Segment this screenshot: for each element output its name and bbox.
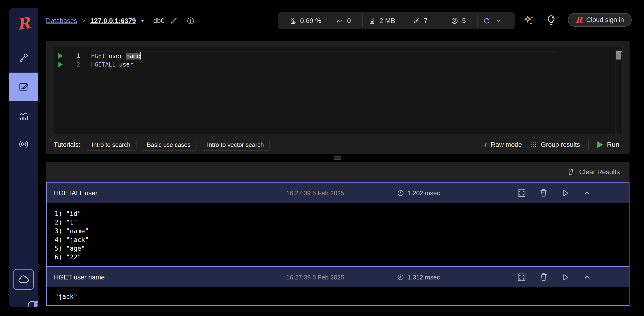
tutorial-intro-to-vector-search[interactable]: Intro to vector search <box>201 139 270 150</box>
result-card-header[interactable]: HGETALL user 16:27:39 5 Feb 2025 1.202 m… <box>47 183 629 203</box>
delete-result-icon[interactable] <box>539 188 548 198</box>
breadcrumb: Databases > 127.0.0.1:6379 db0 <box>46 14 195 28</box>
rerun-play-icon[interactable] <box>560 272 570 282</box>
breadcrumb-databases-link[interactable]: Databases <box>46 17 77 25</box>
breadcrumb-separator: > <box>82 18 86 24</box>
result-command: HGET user name <box>54 274 105 281</box>
clock-icon <box>397 190 404 197</box>
stat-clients-value: 5 <box>462 17 466 25</box>
stat-ops: 0 <box>324 17 362 25</box>
stat-keys: 7 <box>401 17 439 25</box>
raw-mode-toggle[interactable]: -r Raw mode <box>483 141 522 148</box>
collapse-chevron-up-icon[interactable] <box>582 188 592 198</box>
database-dropdown-caret[interactable] <box>140 18 145 24</box>
sidebar-item-analyze[interactable] <box>9 104 38 128</box>
result-timestamp: 16:27:39 5 Feb 2025 <box>264 190 366 197</box>
text-cursor <box>140 52 141 60</box>
copilot-sparkles-icon[interactable] <box>522 14 536 28</box>
group-results-icon <box>530 141 537 148</box>
stat-clients: 5 <box>439 17 477 25</box>
panel-resize-handle[interactable] <box>334 156 341 161</box>
result-command: HGETALL user <box>54 190 98 197</box>
redis-cloud-logo-icon: R <box>576 15 582 25</box>
editor-line-1: 1 HGET user name <box>54 52 622 60</box>
result-output: "jack" <box>47 287 629 305</box>
raw-mode-label: Raw mode <box>490 141 522 148</box>
stat-cpu-value: 0.69 % <box>300 17 321 25</box>
clear-results-label: Clear Results <box>579 168 620 176</box>
edit-alias-pencil-icon[interactable] <box>170 17 178 25</box>
output-line: 3) "name" <box>55 227 629 236</box>
run-controls: -r Raw mode Group results Run <box>483 139 620 150</box>
analytics-icon <box>18 110 29 122</box>
code-line-2: HGETALL user <box>91 61 133 68</box>
group-results-toggle[interactable]: Group results <box>530 141 580 148</box>
selected-text: name <box>126 53 140 60</box>
workbench-query-panel: 1 HGET user name 2 HGETALL user Tutorial… <box>46 41 630 154</box>
chevron-down-icon[interactable] <box>496 18 502 24</box>
collapse-chevron-up-icon[interactable] <box>582 272 592 282</box>
fullscreen-icon[interactable] <box>516 272 527 282</box>
trash-icon <box>566 168 575 176</box>
stat-memory-value: 2 MB <box>379 17 395 25</box>
redis-logo-icon: R <box>16 14 31 34</box>
rerun-play-icon[interactable] <box>560 188 570 198</box>
redis-logo[interactable]: R <box>9 12 38 35</box>
editor-line-2: 2 HGETALL user <box>54 60 622 69</box>
output-line: 5) "age" <box>55 244 629 253</box>
line-number: 1 <box>66 52 82 59</box>
fullscreen-icon[interactable] <box>516 188 527 198</box>
sidebar-item-workbench[interactable] <box>9 72 38 101</box>
cloud-console-button[interactable] <box>13 269 34 290</box>
cloud-sign-in-button[interactable]: R Cloud sign in <box>568 13 632 26</box>
connected-clients-icon <box>451 17 458 25</box>
output-line: 2) "1" <box>55 218 629 227</box>
tutorial-intro-to-search[interactable]: Intro to search <box>86 139 136 150</box>
run-line-icon[interactable] <box>54 53 66 59</box>
toolbar-divider <box>588 139 588 150</box>
output-line: 4) "jack" <box>55 236 629 244</box>
sidebar-item-browser[interactable] <box>9 46 38 70</box>
total-keys-icon <box>412 17 420 25</box>
result-card-hgetall: HGETALL user 16:27:39 5 Feb 2025 1.202 m… <box>46 182 630 267</box>
editor-toolbar: Tutorials: Intro to search Basic use cas… <box>54 139 619 150</box>
refresh-control[interactable] <box>478 17 506 25</box>
output-line: 1) "id" <box>55 209 629 218</box>
delete-result-icon[interactable] <box>539 272 548 282</box>
raw-mode-icon: -r <box>483 141 487 148</box>
run-button[interactable]: Run <box>597 141 619 148</box>
output-line: 6) "22" <box>55 253 629 262</box>
stat-cpu: 0.69 % <box>286 17 324 25</box>
run-line-icon[interactable] <box>54 62 66 68</box>
result-duration: 1.202 msec <box>397 190 440 197</box>
refresh-icon[interactable] <box>483 17 491 25</box>
editor-scrollbar[interactable] <box>615 47 622 134</box>
result-output: 1) "id" 2) "1" 3) "name" 4) "jack" 5) "a… <box>47 203 629 266</box>
clear-results-button[interactable]: Clear Results <box>566 168 620 176</box>
info-icon[interactable] <box>186 16 195 25</box>
line-number: 2 <box>66 61 82 68</box>
result-card-hget: HGET user name 16:27:39 5 Feb 2025 1.312… <box>46 267 630 306</box>
run-play-icon <box>597 141 603 148</box>
cloud-sign-in-label: Cloud sign in <box>586 16 624 24</box>
result-actions <box>516 272 592 282</box>
database-host-link[interactable]: 127.0.0.1:6379 <box>90 17 136 25</box>
sidebar-item-pubsub[interactable] <box>9 132 38 156</box>
sidebar: R <box>9 8 38 307</box>
command-editor[interactable]: 1 HGET user name 2 HGETALL user <box>54 47 623 134</box>
run-label: Run <box>607 141 619 148</box>
result-card-header[interactable]: HGET user name 16:27:39 5 Feb 2025 1.312… <box>47 267 629 287</box>
pubsub-icon <box>18 139 29 150</box>
group-results-label: Group results <box>541 141 580 148</box>
memory-icon <box>368 17 376 25</box>
scrollbar-thumb[interactable] <box>616 52 621 60</box>
tutorials-label: Tutorials: <box>54 141 80 148</box>
tutorial-basic-use-cases[interactable]: Basic use cases <box>141 139 197 150</box>
output-line: "jack" <box>55 292 629 301</box>
result-timestamp: 16:27:39 5 Feb 2025 <box>264 274 366 281</box>
result-actions <box>516 188 592 198</box>
key-icon <box>18 52 29 63</box>
code-line-1: HGET user name <box>91 52 141 60</box>
results-header-bar: Clear Results <box>46 162 630 182</box>
insights-lightbulb-icon[interactable] <box>545 14 558 26</box>
